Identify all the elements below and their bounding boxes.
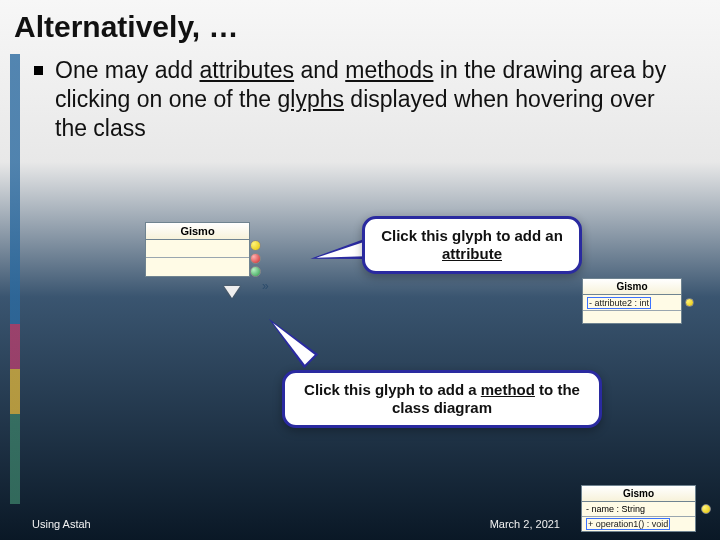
accent-stripe	[10, 54, 20, 504]
uml-attr-section: - name : String	[582, 502, 695, 517]
uml-attr-section: - attribute2 : int	[583, 295, 681, 311]
bullet-text: One may add attributes and methods in th…	[55, 56, 680, 142]
callout-attribute: Click this glyph to add an attribute	[362, 216, 582, 274]
callout-tail	[309, 239, 367, 268]
hover-glyph-stack	[250, 240, 261, 277]
slide-title: Alternatively, …	[0, 0, 720, 46]
uml-op-section	[583, 311, 681, 323]
expand-icon[interactable]: »	[262, 279, 269, 293]
add-attribute-glyph[interactable]	[250, 240, 261, 251]
uml-op-section: + operation1() : void	[582, 517, 695, 531]
bullet-item: One may add attributes and methods in th…	[0, 46, 720, 142]
uml-class-name: Gismo	[583, 279, 681, 295]
uml-class-name: Gismo	[582, 486, 695, 502]
uml-class-method-example: Gismo - name : String + operation1() : v…	[581, 485, 696, 532]
callout-method: Click this glyph to add a method to the …	[282, 370, 602, 428]
add-attribute-glyph-2[interactable]	[250, 253, 261, 264]
resize-handle-icon[interactable]	[224, 286, 240, 298]
bullet-marker	[34, 66, 43, 75]
uml-class-main[interactable]: Gismo	[145, 222, 250, 277]
add-method-glyph[interactable]	[250, 266, 261, 277]
add-attribute-glyph[interactable]	[701, 504, 711, 514]
add-attribute-glyph[interactable]	[685, 298, 694, 307]
footer-date: March 2, 2021	[490, 518, 560, 530]
uml-class-name: Gismo	[146, 223, 249, 240]
callout-tail	[262, 312, 319, 369]
footer-left: Using Astah	[32, 518, 91, 530]
uml-class-attr-example: Gismo - attribute2 : int	[582, 278, 682, 324]
uml-op-section[interactable]	[146, 258, 249, 276]
uml-attr-section[interactable]	[146, 240, 249, 258]
